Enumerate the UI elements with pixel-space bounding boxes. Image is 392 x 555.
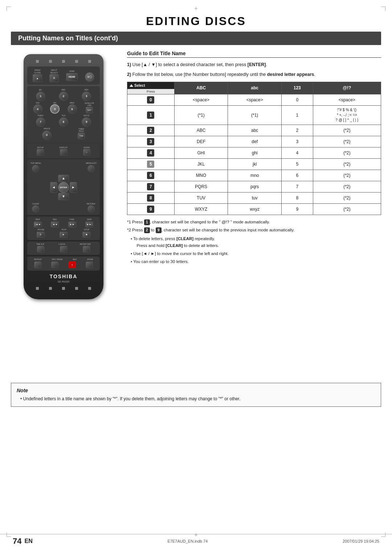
return-button[interactable] <box>87 205 95 212</box>
remote-nav-section: TOP MENU MENU/LIST ▲ ◄ ENTER <box>27 159 100 215</box>
display-label: DISPLAY <box>60 146 68 149</box>
abc-cell-1: (*1) <box>174 105 228 125</box>
pause-button[interactable]: II <box>37 232 45 238</box>
btn-cell-9: 9 <box>127 203 175 215</box>
skip-fwd-button[interactable]: ►►| <box>85 222 93 227</box>
zoom-button[interactable] <box>86 262 93 268</box>
table-row-8: 8 TUV tuv 8 (*2) <box>127 192 381 203</box>
remote-bottom-dot <box>62 287 65 290</box>
num-btn-4: 4 <box>147 149 154 157</box>
timer-button[interactable]: TIM <box>78 133 85 139</box>
skip-rev-button[interactable]: |◄◄ <box>34 222 42 227</box>
num3-button[interactable]: 3 <box>82 92 91 101</box>
abc-cell-5: JKL <box>174 158 228 170</box>
open-close-button[interactable]: ▲ <box>33 74 42 82</box>
rec-mode-button[interactable] <box>51 262 58 268</box>
center-cross-top <box>194 5 198 13</box>
tuv-label: TUV <box>61 114 65 117</box>
dpad-left[interactable]: ◄ <box>50 182 57 193</box>
transport-row1: |◄◄ ◄◄ ►► ►►| <box>29 222 98 227</box>
special-cell-6: (*2) <box>313 170 381 181</box>
num6-button[interactable]: 6 <box>68 104 77 114</box>
footnote2-btn-2: 2 <box>144 227 150 233</box>
dpad-up[interactable]: ▲ <box>58 175 69 182</box>
at-button[interactable]: 1 <box>36 92 45 101</box>
select-arrow-icon <box>130 84 133 87</box>
abc-col: ABC 2 <box>59 89 68 101</box>
rev-label: REV <box>53 218 57 221</box>
instant-skip-button[interactable] <box>83 246 90 252</box>
time-slip-button[interactable] <box>37 246 44 252</box>
repeat-label: REPEAT <box>34 258 42 261</box>
stop-button[interactable]: ■ <box>82 232 90 238</box>
audio-button[interactable]: ♪ <box>83 149 90 155</box>
rev-button[interactable]: ◄◄ <box>51 222 59 227</box>
remote-dot <box>49 60 52 63</box>
menu-list-button[interactable] <box>87 165 95 172</box>
display-button[interactable] <box>60 149 67 155</box>
hdmi-button[interactable]: HDMI <box>66 73 78 81</box>
satellite-label: SATELLITELINK <box>85 102 94 106</box>
satellite-button[interactable]: SAT <box>86 107 93 113</box>
num2-button[interactable]: 2 <box>59 92 68 101</box>
special-cell-1: !"# $ % & '() * +, -./ ;:< => ? @ [ ] ^ … <box>313 105 381 125</box>
rec-mode-label: REC MODE <box>52 258 63 261</box>
table-row-9: 9 WXYZ wxyz 9 (*2) <box>127 203 381 215</box>
num-btn-5: 5 <box>147 161 154 168</box>
audio-label: AUDIO <box>83 146 90 149</box>
abc-cell-2: ABC <box>174 125 228 136</box>
pqrs-label: PQRS <box>38 114 44 117</box>
dpad-enter[interactable]: ENTER <box>58 182 69 193</box>
num5-button[interactable]: 5 <box>50 104 60 114</box>
pqrs-col: PQRS 7 <box>36 114 45 127</box>
skip-rev-label: SKIP <box>36 218 40 221</box>
power-button[interactable]: I/◌ <box>85 72 94 82</box>
repeat-button[interactable] <box>34 262 41 268</box>
remote-top-btn-row: OPEN/CLOSE ▲ INPUTSELECT ⊙ HDMI HDMI <box>29 69 98 82</box>
remote-container: OPEN/CLOSE ▲ INPUTSELECT ⊙ HDMI HDMI <box>11 50 116 303</box>
remote-bottom-dot <box>75 287 78 290</box>
dpad-middle-row: ◄ ENTER ► <box>50 182 77 193</box>
table-header-abc: abc <box>228 82 282 94</box>
clear-label: CLEAR <box>32 203 39 205</box>
dpad-down[interactable]: ▼ <box>58 193 69 200</box>
bullet3: • You can enter up to 30 letters. <box>131 258 381 265</box>
fwd-button[interactable]: ►► <box>68 222 76 227</box>
input-select-button[interactable]: ⊙ <box>49 74 59 82</box>
setup-button[interactable] <box>37 149 44 155</box>
special-row <box>29 246 98 252</box>
table-row-4: 4 GHI ghi 4 (*2) <box>127 147 381 158</box>
bottom-labels-row: REPEAT REC MODE REC ZOOM <box>29 258 98 261</box>
clear-button[interactable] <box>32 205 39 212</box>
num4-button[interactable]: 4 <box>33 104 42 114</box>
note-text: • Undefined letters in a title name are … <box>20 396 375 402</box>
num0-button[interactable]: 0 <box>42 130 52 140</box>
btn-cell-5: 5 <box>127 158 175 170</box>
step1-text: 1) Use [▲ / ▼] to select a desired chara… <box>127 61 381 68</box>
wxyz-label: WXYZ <box>83 114 89 117</box>
space-label: SPACE <box>44 127 50 130</box>
num8-button[interactable]: 8 <box>59 117 68 127</box>
at-label: @/: <box>39 89 42 91</box>
num-btn-7: 7 <box>147 183 154 190</box>
note-box: Note • Undefined letters in a title name… <box>11 383 381 407</box>
jkl-col: JKL 5 <box>50 102 60 114</box>
table-header-special: @!? <box>313 82 381 94</box>
num7-button[interactable]: 7 <box>36 117 45 127</box>
remote-dot <box>36 60 39 63</box>
play-button[interactable]: ► <box>60 232 68 238</box>
bullet2: • Use [◄ / ►] to move the cursor to the … <box>131 250 381 257</box>
transport-row2: II ► ■ <box>29 232 98 238</box>
remote-dot <box>75 60 78 63</box>
dpad-right[interactable]: ► <box>70 182 77 193</box>
play-speed-button[interactable] <box>60 246 67 252</box>
abc-cell-6: MNO <box>174 170 228 181</box>
top-menu-button[interactable] <box>32 165 39 172</box>
character-table: Select Press ABC abc 123 @!? 0 <space> <box>127 82 381 215</box>
num9-button[interactable]: 9 <box>82 117 91 127</box>
footer: 74 EN E7E7AUD_EN.indb 74 2007/01/29 19:0… <box>0 534 392 546</box>
remote-bottom-section: REPEAT REC MODE REC ZOOM ● <box>27 256 100 271</box>
guide-header: Guide to Edit Title Name <box>127 50 381 58</box>
rec-button[interactable]: ● <box>69 262 76 268</box>
abclower-cell-7: pqrs <box>228 181 282 192</box>
